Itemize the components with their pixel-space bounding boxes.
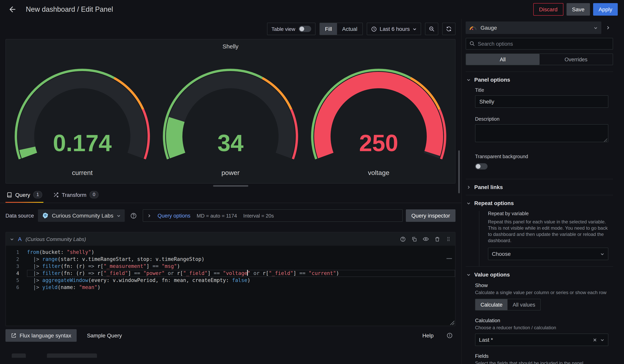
eye-icon[interactable]: [423, 236, 429, 242]
tab-all[interactable]: All: [466, 54, 539, 65]
tab-transform-label: Transform: [62, 192, 87, 198]
arrow-left-icon: [8, 5, 17, 14]
code-line[interactable]: 2 |> range(start: v.timeRangeStart, stop…: [6, 256, 455, 263]
chevron-down-icon: [467, 273, 471, 277]
query-datasource-name: (Curious Community Labs): [26, 236, 86, 242]
zoom-out-icon: [429, 26, 435, 32]
calculation-select[interactable]: Last *: [475, 334, 608, 346]
fill-button[interactable]: Fill: [320, 23, 337, 35]
refresh-button[interactable]: [442, 23, 455, 35]
line-content: |> range(start: v.timeRangeStart, stop: …: [27, 256, 455, 263]
calculate-option[interactable]: Calculate: [475, 299, 508, 310]
switch-knob: [476, 164, 481, 169]
sample-query-button[interactable]: Sample Query: [81, 329, 128, 342]
scrollbar-thumb[interactable]: [458, 150, 460, 193]
table-view-switch[interactable]: [299, 26, 311, 32]
time-range-picker[interactable]: Last 6 hours: [367, 23, 421, 35]
collapse-chevron-icon[interactable]: [10, 237, 14, 241]
editor-scrollbar-marker: [446, 258, 452, 259]
book-icon: [7, 192, 12, 197]
gauge: 34power: [156, 53, 305, 177]
refresh-icon: [446, 26, 452, 32]
panel-title-input[interactable]: [475, 95, 608, 108]
line-content: |> filter(fn: (r) => r["_measurement"] =…: [27, 263, 455, 270]
zoom-out-button[interactable]: [425, 23, 438, 35]
chevron-down-icon: [467, 78, 471, 82]
time-range-label: Last 6 hours: [380, 26, 410, 32]
gauge-viz-icon: [469, 25, 477, 30]
value-options-content: Show Calculate a single value per column…: [466, 282, 613, 364]
gauge-label: power: [156, 169, 305, 177]
top-bar: New dashboard / Edit Panel Discard Save …: [0, 0, 624, 19]
apply-button[interactable]: Apply: [593, 3, 618, 16]
code-line[interactable]: 3 |> filter(fn: (r) => r["_measurement"]…: [6, 263, 455, 270]
discard-button[interactable]: Discard: [533, 3, 563, 16]
section-panel-links: Panel links: [466, 179, 613, 195]
all-values-option[interactable]: All values: [508, 299, 541, 310]
code-line[interactable]: 6 |> yield(name: "mean"): [6, 284, 455, 291]
code-lines: 1from(bucket: "shelly")2 |> range(start:…: [6, 249, 455, 291]
query-inspector-button[interactable]: Query inspector: [406, 209, 455, 222]
calculation-desc: Choose a reducer function / calculation: [475, 324, 608, 331]
editor-resize-handle[interactable]: [450, 320, 454, 325]
line-number: 3: [6, 263, 27, 270]
gauge-arc: 0.174: [8, 53, 156, 168]
gauge-arc: 250: [305, 53, 453, 168]
tab-transform[interactable]: Transform 0: [52, 187, 100, 203]
clear-icon[interactable]: [593, 338, 597, 342]
cutoff-button[interactable]: [47, 353, 97, 358]
panel-description-input[interactable]: [475, 124, 608, 142]
chevron-down-icon: [600, 338, 604, 342]
back-button[interactable]: [6, 3, 19, 16]
datasource-help-button[interactable]: [128, 210, 140, 222]
flux-code-editor[interactable]: 1from(bucket: "shelly")2 |> range(start:…: [6, 246, 455, 326]
duplicate-icon[interactable]: [411, 236, 417, 242]
calculation-label: Calculation: [475, 318, 608, 323]
grafana-edit-panel: New dashboard / Edit Panel Discard Save …: [0, 0, 624, 364]
code-line[interactable]: 5 |> aggregateWindow(every: v.windowPeri…: [6, 277, 455, 284]
chevron-right-icon: [606, 25, 610, 30]
line-number: 4: [6, 270, 27, 277]
section-value-options: Value options Show Calculate a single va…: [466, 266, 613, 364]
help-icon[interactable]: [400, 236, 406, 242]
code-line[interactable]: 4 |> filter(fn: (r) => r["_field"] == "p…: [6, 270, 455, 277]
line-number: 2: [6, 256, 27, 263]
panel-toolbar: Table view Fill Actual Last 6 hours: [0, 19, 461, 39]
visualization-picker[interactable]: Gauge: [466, 22, 601, 34]
options-search-input[interactable]: [466, 38, 613, 50]
value-options-header[interactable]: Value options: [466, 267, 613, 282]
help-button[interactable]: Help: [417, 329, 439, 342]
chevron-down-icon: [600, 252, 604, 256]
actual-button[interactable]: Actual: [337, 23, 363, 35]
query-ref-id[interactable]: A: [18, 236, 22, 242]
datasource-picker[interactable]: Curious Community Labs: [38, 209, 125, 222]
external-link-icon: [11, 333, 16, 338]
line-number: 6: [6, 284, 27, 291]
gauge: 0.174current: [8, 53, 156, 177]
repeat-options-header[interactable]: Repeat options: [466, 195, 613, 211]
code-line[interactable]: 1from(bucket: "shelly"): [6, 249, 455, 256]
drag-grip-icon[interactable]: [446, 236, 451, 242]
options-search-row: [466, 38, 613, 50]
query-options-link[interactable]: Query options: [157, 213, 190, 219]
query-options-bar[interactable]: Query options MD = auto = 1174 Interval …: [143, 209, 403, 222]
influxdb-logo-icon: [42, 212, 49, 219]
gauge-row: 0.174current34power250voltage: [6, 53, 455, 177]
transparent-bg-switch[interactable]: [475, 163, 488, 169]
panel-title[interactable]: Shelly: [6, 40, 455, 53]
save-button[interactable]: Save: [567, 3, 590, 16]
trash-icon[interactable]: [434, 236, 440, 242]
repeat-variable-select[interactable]: Choose: [488, 248, 608, 260]
panel-resize-handle[interactable]: [213, 185, 248, 187]
query-count-badge: 1: [33, 191, 42, 198]
query-editor-card: A (Curious Community Labs) 1from(bucket:…: [5, 232, 455, 326]
section-repeat-options: Repeat options Repeat by variable Repeat…: [466, 195, 613, 266]
collapse-sidebar-button[interactable]: [603, 22, 613, 34]
tab-overrides[interactable]: Overrides: [539, 54, 613, 65]
cutoff-button[interactable]: [12, 353, 26, 358]
tab-query[interactable]: Query 1: [5, 187, 43, 203]
flux-syntax-button[interactable]: Flux language syntax: [5, 329, 77, 342]
panel-links-header[interactable]: Panel links: [466, 179, 613, 195]
info-button[interactable]: [444, 330, 455, 341]
panel-options-header[interactable]: Panel options: [466, 72, 613, 88]
